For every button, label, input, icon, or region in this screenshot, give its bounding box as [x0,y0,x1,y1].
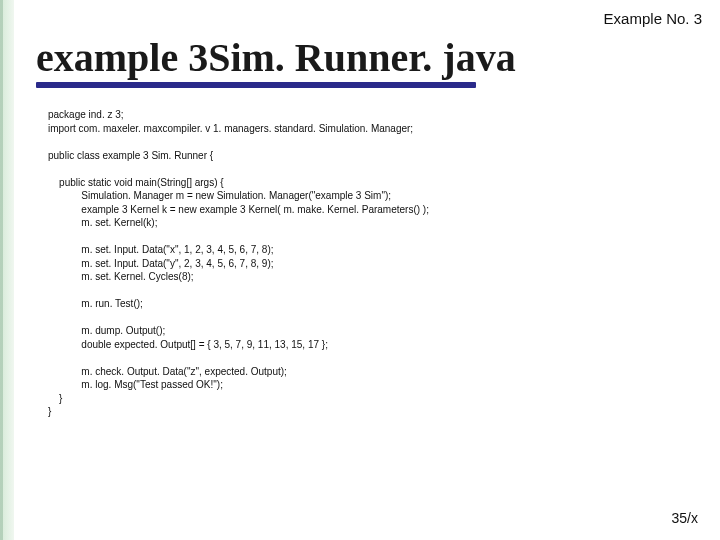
code-line: } [48,406,51,417]
slide-title: example 3Sim. Runner. java [36,34,516,81]
code-line: m. set. Input. Data("y", 2, 3, 4, 5, 6, … [48,258,274,269]
code-line: Simulation. Manager m = new Simulation. … [48,190,391,201]
side-accent [0,0,14,540]
code-line: m. log. Msg("Test passed OK!"); [48,379,223,390]
code-line: example 3 Kernel k = new example 3 Kerne… [48,204,429,215]
title-underline [36,82,476,88]
code-line: double expected. Output[] = { 3, 5, 7, 9… [48,339,328,350]
code-line: m. run. Test(); [48,298,143,309]
code-line: m. set. Input. Data("x", 1, 2, 3, 4, 5, … [48,244,274,255]
code-line: m. set. Kernel(k); [48,217,157,228]
example-number-label: Example No. 3 [604,10,702,27]
code-line: m. set. Kernel. Cycles(8); [48,271,194,282]
code-line: public class example 3 Sim. Runner { [48,150,213,161]
code-line: public static void main(String[] args) { [48,177,224,188]
code-line: m. dump. Output(); [48,325,165,336]
code-block: package ind. z 3; import com. maxeler. m… [48,108,680,419]
code-line: package ind. z 3; [48,109,124,120]
page-number: 35/x [672,510,698,526]
code-line: } [48,393,62,404]
code-line: import com. maxeler. maxcompiler. v 1. m… [48,123,413,134]
code-line: m. check. Output. Data("z", expected. Ou… [48,366,287,377]
